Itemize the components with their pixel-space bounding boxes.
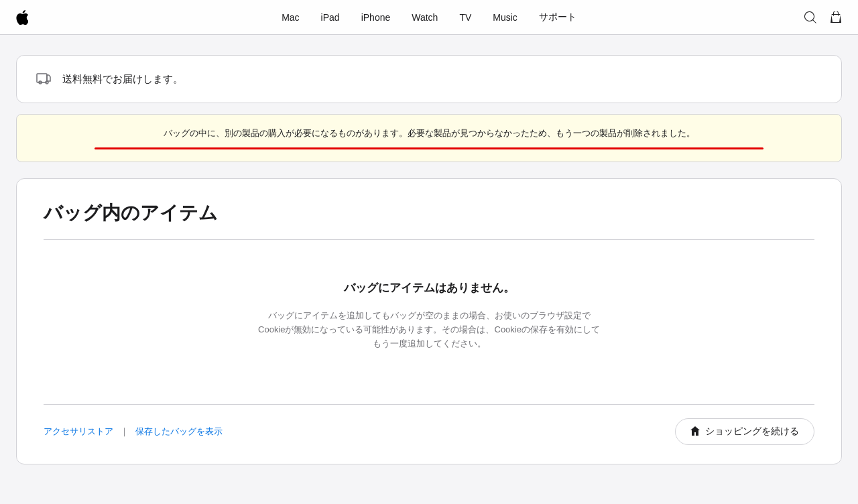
nav-watch[interactable]: Watch	[412, 12, 438, 23]
nav-mac[interactable]: Mac	[282, 12, 299, 23]
empty-bag-description: バッグにアイテムを追加してもバッグが空のままの場合、お使いのブラウザ設定で Co…	[44, 309, 814, 351]
continue-shopping-label: ショッピングを続ける	[705, 426, 799, 438]
accessories-store-link[interactable]: アクセサリストア	[44, 426, 113, 438]
nav-ipad[interactable]: iPad	[321, 12, 340, 23]
nav-music[interactable]: Music	[493, 12, 517, 23]
home-icon	[690, 426, 700, 438]
search-icon[interactable]	[804, 11, 816, 23]
nav-links: Mac iPad iPhone Watch TV Music サポート	[282, 11, 576, 23]
warning-text: バッグの中に、別の製品の購入が必要になるものがあります。必要な製品が見つからなか…	[164, 128, 695, 138]
bag-icon[interactable]	[830, 11, 842, 23]
warning-banner: バッグの中に、別の製品の購入が必要になるものがあります。必要な製品が見つからなか…	[16, 114, 842, 162]
bag-title: バッグ内のアイテム	[44, 200, 814, 226]
nav-tv[interactable]: TV	[459, 12, 471, 23]
nav-icons	[804, 11, 842, 23]
bag-section: バッグ内のアイテム バッグにアイテムはありません。 バッグにアイテムを追加しても…	[16, 178, 842, 464]
empty-bag-title: バッグにアイテムはありません。	[44, 280, 814, 296]
shipping-icon	[36, 69, 52, 89]
continue-shopping-button[interactable]: ショッピングを続ける	[675, 418, 814, 445]
saved-bag-link[interactable]: 保存したバッグを表示	[135, 426, 223, 438]
main-content: 送料無料でお届けします。 バッグの中に、別の製品の購入が必要になるものがあります…	[0, 35, 858, 485]
apple-logo[interactable]	[16, 10, 28, 25]
nav-support[interactable]: サポート	[539, 11, 576, 23]
svg-rect-0	[37, 74, 47, 82]
shipping-text: 送料無料でお届けします。	[62, 73, 183, 86]
nav-iphone[interactable]: iPhone	[361, 12, 391, 23]
bag-footer: アクセサリストア ｜ 保存したバッグを表示 ショッピングを続ける	[44, 404, 814, 445]
footer-link-divider: ｜	[120, 426, 129, 438]
empty-bag-content: バッグにアイテムはありません。 バッグにアイテムを追加してもバッグが空のままの場…	[44, 240, 814, 377]
navigation: Mac iPad iPhone Watch TV Music サポート	[0, 0, 858, 35]
shipping-banner: 送料無料でお届けします。	[16, 55, 842, 103]
footer-links: アクセサリストア ｜ 保存したバッグを表示	[44, 426, 223, 438]
